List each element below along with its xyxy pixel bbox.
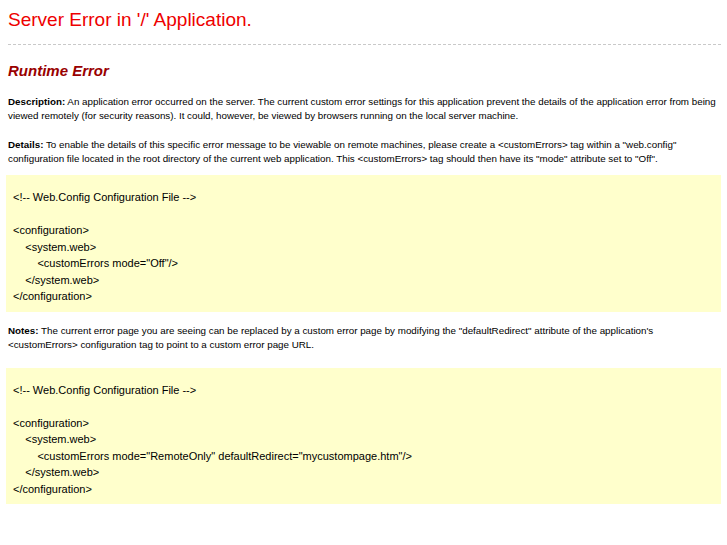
notes-label: Notes: [8,325,38,336]
notes-text: The current error page you are seeing ca… [8,325,653,350]
details-label: Details: [8,139,43,150]
notes-paragraph: Notes: The current error page you are se… [8,324,721,352]
web-config-off-code: <!-- Web.Config Configuration File --> <… [13,189,714,305]
description-paragraph: Description: An application error occurr… [8,95,721,123]
runtime-error-heading: Runtime Error [8,62,721,80]
page-title: Server Error in '/' Application. [8,8,721,31]
web-config-remoteonly-code: <!-- Web.Config Configuration File --> <… [13,382,714,498]
description-text: An application error occurred on the ser… [8,96,716,121]
web-config-remoteonly-codeblock: <!-- Web.Config Configuration File --> <… [6,368,721,505]
details-text: To enable the details of this specific e… [8,139,676,164]
web-config-off-codeblock: <!-- Web.Config Configuration File --> <… [6,175,721,312]
title-divider [8,44,721,45]
details-paragraph: Details: To enable the details of this s… [8,138,721,166]
description-label: Description: [8,96,65,107]
